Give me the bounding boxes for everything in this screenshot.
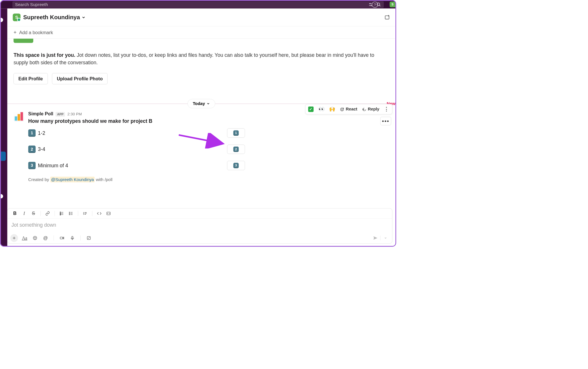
edit-profile-button[interactable]: Edit Profile: [13, 73, 48, 84]
sidebar-dot[interactable]: [0, 18, 3, 22]
channel-name[interactable]: Supreeth Koundinya: [23, 14, 80, 21]
channel-avatar[interactable]: S: [13, 13, 20, 21]
timestamp[interactable]: 2:30 PM: [67, 112, 82, 116]
canvas-icon[interactable]: [384, 14, 390, 20]
code-button[interactable]: [95, 210, 103, 217]
svg-marker-37: [63, 237, 64, 239]
add-bookmark-label: Add a bookmark: [19, 30, 53, 35]
keycap-2-icon: 2: [233, 147, 239, 152]
message: ✓ 👀 🙌 React Reply ⋮ Simple Poll: [7, 108, 396, 187]
date-pill[interactable]: Today: [187, 99, 215, 108]
composer: B I S 123 Jot something down + Aa @: [7, 208, 392, 244]
formatting-toggle[interactable]: Aa: [21, 234, 28, 242]
sidebar-dot[interactable]: [0, 194, 3, 198]
reply-button[interactable]: Reply: [362, 107, 380, 112]
poll-question: How many prototypes should we make for p…: [28, 118, 389, 124]
keycap-1-icon: 1: [28, 129, 36, 137]
svg-point-25: [69, 212, 70, 212]
plus-icon: +: [13, 29, 16, 35]
vote-button-3[interactable]: 3: [227, 161, 245, 170]
option-label: 3-4: [38, 146, 45, 152]
attach-plus-button[interactable]: +: [10, 234, 18, 242]
svg-point-3: [371, 5, 372, 6]
keycap-2-icon: 2: [28, 145, 36, 153]
bookmark-bar[interactable]: + Add a bookmark: [7, 26, 396, 39]
intro-bold: This space is just for you.: [13, 52, 75, 58]
svg-line-41: [88, 237, 90, 239]
svg-point-27: [69, 214, 70, 215]
created-suffix: with /poll: [95, 177, 113, 182]
search-input[interactable]: Search Supreeth: [12, 1, 384, 8]
raised-hands-emoji[interactable]: 🙌: [329, 106, 335, 112]
codeblock-button[interactable]: [105, 210, 113, 217]
eyes-emoji[interactable]: 👀: [318, 106, 325, 112]
reply-label: Reply: [368, 107, 379, 112]
keycap-3-icon: 3: [28, 162, 36, 169]
emoji-button[interactable]: [31, 234, 39, 242]
profile-image-stub: [13, 39, 33, 43]
mic-button[interactable]: [69, 234, 76, 242]
svg-point-26: [69, 213, 70, 214]
channel-header: S Supreeth Koundinya: [7, 9, 396, 26]
ordered-list-button[interactable]: 123: [58, 210, 65, 217]
top-bar: Search Supreeth ? S: [1, 1, 396, 9]
message-actions: ✓ 👀 🙌 React Reply ⋮: [305, 104, 392, 114]
svg-line-5: [379, 5, 380, 6]
bullet-list-button[interactable]: [67, 210, 75, 217]
react-button[interactable]: React: [340, 107, 357, 112]
chevron-down-icon[interactable]: [82, 15, 86, 20]
sidebar-active-indicator[interactable]: [1, 152, 6, 161]
intro-block: This space is just for you. Jot down not…: [7, 39, 396, 92]
created-prefix: Created by: [28, 177, 50, 182]
svg-point-2: [370, 3, 371, 4]
format-toolbar: B I S 123: [7, 208, 392, 218]
react-label: React: [346, 107, 357, 112]
sender-name[interactable]: Simple Poll: [28, 111, 53, 116]
svg-rect-38: [72, 236, 73, 238]
composer-bottom: + Aa @: [7, 233, 392, 244]
svg-point-33: [33, 236, 37, 240]
svg-text:3: 3: [60, 214, 61, 215]
created-by: Created by @Supreeth Koundinya with /pol…: [28, 177, 389, 182]
link-button[interactable]: [44, 210, 51, 217]
composer-placeholder: Jot something down: [11, 222, 56, 228]
send-button[interactable]: [372, 234, 379, 242]
composer-input[interactable]: Jot something down: [7, 218, 392, 232]
strikethrough-button[interactable]: S: [30, 210, 37, 217]
date-label: Today: [193, 101, 205, 106]
profile-chip[interactable]: S: [390, 1, 395, 7]
help-icon[interactable]: ?: [372, 1, 378, 8]
blockquote-button[interactable]: [81, 210, 89, 217]
app-badge: APP: [56, 112, 65, 116]
search-placeholder: Search Supreeth: [15, 2, 48, 7]
intro-text: This space is just for you. Jot down not…: [13, 51, 389, 67]
bold-button[interactable]: B: [11, 210, 19, 217]
italic-button[interactable]: I: [20, 210, 28, 217]
poll-option-row: 2 3-4 2: [28, 145, 245, 154]
svg-point-11: [343, 109, 343, 109]
more-actions-icon[interactable]: ⋮: [384, 106, 389, 112]
option-label: Minimum of 4: [38, 162, 68, 168]
mention[interactable]: @Supreeth Koundinya: [50, 177, 95, 182]
poll-menu-button[interactable]: •••: [380, 117, 391, 125]
option-label: 1-2: [38, 130, 45, 136]
svg-rect-36: [60, 237, 63, 239]
shortcuts-button[interactable]: [85, 234, 93, 242]
keycap-3-icon: 3: [233, 163, 239, 168]
svg-point-10: [341, 109, 342, 109]
poll-option-row: 3 Minimum of 4 3: [28, 161, 245, 170]
avatar-letter: S: [15, 15, 18, 20]
app-avatar: [13, 111, 24, 122]
sidebar: [1, 9, 7, 246]
upload-photo-button[interactable]: Upload Profile Photo: [52, 73, 108, 84]
vote-button-2[interactable]: 2: [227, 145, 245, 154]
vote-button-1[interactable]: 1: [227, 128, 245, 137]
svg-point-35: [35, 237, 36, 238]
send-options[interactable]: [382, 234, 389, 242]
keycap-1-icon: 1: [233, 130, 239, 136]
poll-option-row: 1 1-2 1: [28, 128, 245, 137]
checkmark-reaction[interactable]: ✓: [308, 106, 314, 112]
svg-point-34: [34, 237, 34, 238]
video-button[interactable]: [58, 234, 66, 242]
mention-button[interactable]: @: [42, 234, 49, 242]
